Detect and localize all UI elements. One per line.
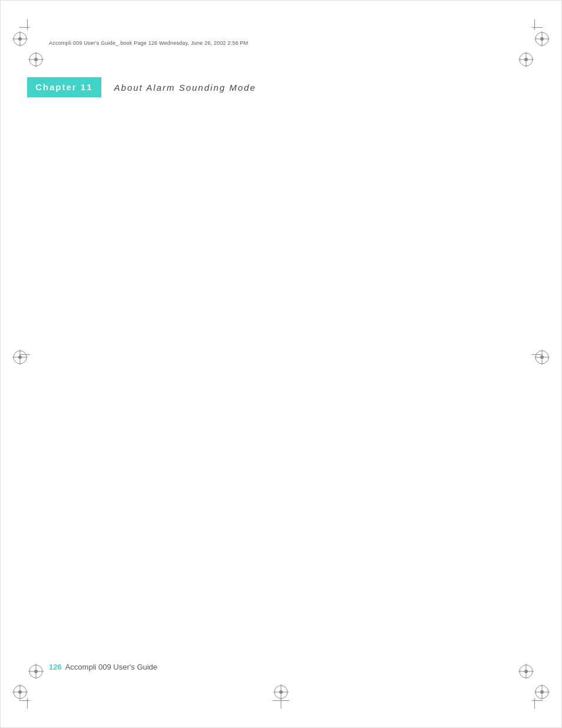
svg-point-23 [540, 355, 544, 359]
reg-mark-top-left-outer [11, 30, 29, 48]
svg-point-31 [34, 670, 38, 673]
svg-point-19 [18, 355, 22, 359]
reg-mark-bot-center [272, 683, 290, 701]
svg-point-15 [524, 58, 528, 61]
footer-page-number: 126 [49, 663, 62, 671]
crop-mark-top-right-h [532, 27, 543, 28]
chapter-title: About Alarm Sounding Mode [114, 83, 256, 93]
crop-mark-top-right-v [534, 19, 535, 30]
footer-guide-title: Accompli 009 User's Guide [65, 663, 157, 671]
svg-point-11 [540, 37, 544, 41]
reg-mark-top-left-inner [27, 51, 45, 68]
chapter-label-box: Chapter 11 [27, 77, 101, 97]
page: Accompli 009 User's Guide_.book Page 126… [0, 0, 562, 728]
svg-point-39 [524, 670, 528, 673]
header-text: Accompli 009 User's Guide_.book Page 126… [49, 40, 248, 46]
reg-mark-bot-left-inner [27, 663, 45, 680]
reg-mark-bot-right-outer [533, 683, 551, 701]
footer: 126 Accompli 009 User's Guide [49, 663, 157, 671]
svg-point-3 [18, 37, 22, 41]
reg-mark-top-right-outer [533, 30, 551, 48]
crop-mark-top-left-h [19, 27, 30, 28]
reg-mark-mid-left [11, 348, 29, 366]
crop-mark-top-left-v [27, 19, 28, 30]
svg-point-35 [540, 690, 544, 694]
reg-mark-bot-left-outer [11, 683, 29, 701]
reg-mark-mid-right [533, 348, 551, 366]
svg-point-43 [279, 690, 283, 694]
chapter-label-text: Chapter 11 [35, 82, 93, 92]
reg-mark-bot-right-inner [517, 663, 535, 680]
chapter-banner: Chapter 11 About Alarm Sounding Mode [27, 77, 256, 97]
svg-point-27 [18, 690, 22, 694]
svg-point-7 [34, 58, 38, 61]
reg-mark-top-right-inner [517, 51, 535, 68]
